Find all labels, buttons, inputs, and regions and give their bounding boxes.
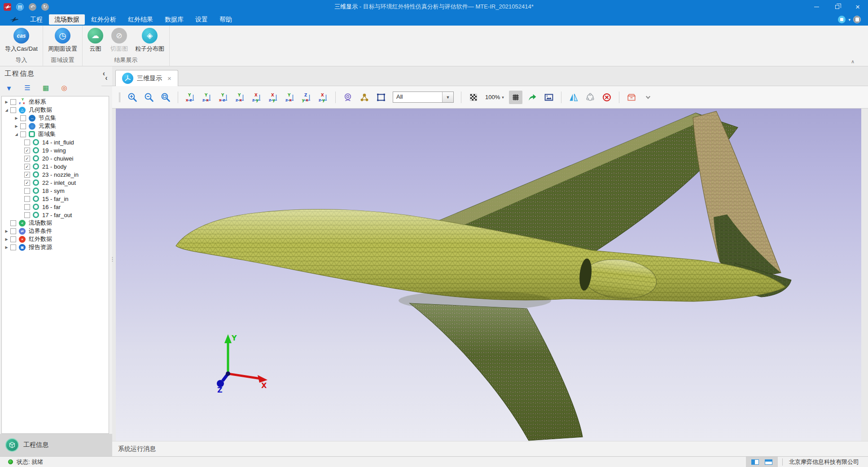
panel-bottom-bar[interactable]: 工程信息 <box>0 434 112 456</box>
checkbox[interactable]: ✓ <box>24 148 30 153</box>
viewport-3d[interactable]: Y X Z <box>116 109 861 441</box>
tree-row[interactable]: 18 - sym <box>2 187 109 195</box>
expander-icon[interactable]: ▶ <box>4 237 9 241</box>
toolbar-mirror-button[interactable] <box>567 91 580 104</box>
toolbar-view-zyx-button[interactable]: zyX <box>267 91 280 104</box>
toolbar-grip[interactable] <box>119 92 120 102</box>
zoom-level-select[interactable]: 100%▾ <box>483 94 506 100</box>
expander-icon[interactable]: ▶ <box>13 116 19 120</box>
tab-scroll-left-icon[interactable]: ‹ <box>101 74 111 86</box>
ribbon-button-cas[interactable]: cas导入Cas/Dat <box>4 28 39 55</box>
tree-row[interactable]: ◢面域集 <box>2 130 109 138</box>
menu-item-3[interactable]: 红外结果 <box>123 14 158 25</box>
tree-row[interactable]: ✓20 - chuiwei <box>2 154 109 162</box>
tree-row[interactable]: ▶◌元素集 <box>2 122 109 130</box>
toolbar-save-box-button[interactable] <box>625 91 638 104</box>
checkbox[interactable] <box>20 123 26 129</box>
toolbar-view-zyx-button[interactable]: zyX <box>250 91 263 104</box>
toolbar-zoom-in-button[interactable] <box>126 91 139 104</box>
checkbox[interactable] <box>10 220 16 226</box>
tree-row[interactable]: 16 - far <box>2 203 109 211</box>
toolbar-view-zxy-button[interactable]: zxY <box>233 91 247 104</box>
chevron-down-icon[interactable]: ▾ <box>848 17 850 22</box>
restore-button[interactable] <box>827 0 847 13</box>
expander-icon[interactable]: ▶ <box>4 245 9 249</box>
checkbox[interactable]: ✓ <box>24 180 30 186</box>
filter-icon[interactable]: ▼ <box>4 83 14 93</box>
toolbar-zoom-out-button[interactable] <box>142 91 156 104</box>
toolbar-select-rect-button[interactable] <box>374 91 388 104</box>
expander-icon[interactable]: ▶ <box>13 124 19 128</box>
toolbar-view-yxz-button[interactable]: yxZ <box>300 91 313 104</box>
toolbar-chevron-down-button[interactable] <box>641 91 655 104</box>
toolbar-checker-button[interactable] <box>467 91 480 104</box>
menu-item-4[interactable]: 数据库 <box>159 14 189 25</box>
redo-button[interactable]: ↻ <box>41 3 49 11</box>
ribbon-button-particles[interactable]: ◈粒子分布图 <box>134 28 166 55</box>
undo-button[interactable]: ↶ <box>29 3 36 11</box>
checkbox[interactable] <box>24 204 30 210</box>
checkbox[interactable]: ✓ <box>24 164 30 170</box>
tree-row[interactable]: ✓21 - body <box>2 162 109 170</box>
target-icon[interactable]: ◎ <box>59 83 70 93</box>
app-tile-icon[interactable] <box>4 3 11 11</box>
checkbox[interactable]: ✓ <box>24 156 30 161</box>
tab-close-icon[interactable]: × <box>167 74 171 82</box>
expander-icon[interactable]: ▶ <box>4 100 9 104</box>
toolbar-view-xzy-button[interactable]: xzY <box>217 91 230 104</box>
checkbox[interactable] <box>24 188 30 194</box>
layout-toggle-left-panel-icon[interactable] <box>751 459 759 465</box>
menu-item-6[interactable]: 帮助 <box>214 14 237 25</box>
checkbox[interactable] <box>10 244 16 250</box>
combo-dropdown-icon[interactable]: ▼ <box>442 92 453 102</box>
toolbar-view-xzy-button[interactable]: xzY <box>184 91 197 104</box>
tree-row[interactable]: ▶▣报告资源 <box>2 243 109 251</box>
menu-item-2[interactable]: 红外分析 <box>86 14 122 25</box>
tree-row[interactable]: ✓22 - inlet_out <box>2 179 109 187</box>
toolbar-delete-button[interactable] <box>600 91 614 104</box>
toolbar-camera-button[interactable] <box>341 91 355 104</box>
expander-open-icon[interactable]: ◢ <box>4 108 9 112</box>
toolbar-zoom-fit-button[interactable] <box>159 91 172 104</box>
toolbar-molecule-button[interactable] <box>358 91 371 104</box>
checkbox[interactable] <box>24 140 30 145</box>
checkbox[interactable] <box>10 99 16 105</box>
ribbon-collapse-icon[interactable]: ∧ <box>851 59 855 65</box>
grid-icon[interactable]: ▦ <box>40 83 51 93</box>
tree-row[interactable]: ▶Yzx坐标系 <box>2 98 109 106</box>
tree-row[interactable]: ✓23 - nozzle_in <box>2 170 109 179</box>
checkbox[interactable]: ✓ <box>24 172 30 178</box>
expander-open-icon[interactable]: ◢ <box>13 132 19 136</box>
tree-row[interactable]: ▶⇄边界条件 <box>2 227 109 235</box>
display-filter-combo[interactable]: All▼ <box>393 92 454 103</box>
tree-row[interactable]: ✓19 - wing <box>2 146 109 154</box>
layout-toggle-bottom-panel-icon[interactable] <box>765 459 772 465</box>
toolbar-grid-button[interactable] <box>509 91 522 104</box>
help-book-icon[interactable] <box>853 16 861 23</box>
toolbar-view-zxy-button[interactable]: zxY <box>200 91 214 104</box>
checkbox[interactable] <box>24 212 30 218</box>
checkbox[interactable] <box>20 115 26 121</box>
tree-row[interactable]: ◢△几何数据 <box>2 106 109 114</box>
menu-item-1[interactable]: 流场数据 <box>49 14 85 25</box>
close-button[interactable]: × <box>847 0 868 13</box>
toolbar-snapshot-button[interactable] <box>542 91 556 104</box>
toolbar-export-arrow-button[interactable] <box>526 91 539 104</box>
tree-row[interactable]: 14 - int_fluid <box>2 138 109 146</box>
minimize-button[interactable] <box>806 0 827 13</box>
theme-icon[interactable] <box>838 16 846 23</box>
menu-item-0[interactable]: 工程 <box>25 14 48 25</box>
checkbox[interactable] <box>24 196 30 202</box>
ribbon-button-clock[interactable]: ◷周期面设置 <box>47 28 79 55</box>
tree-row[interactable]: ▶×红外数据 <box>2 235 109 243</box>
ribbon-button-cloud[interactable]: ☁云图 <box>86 28 105 55</box>
toolbar-view-zxy-button[interactable]: zxY <box>283 91 297 104</box>
checkbox[interactable] <box>10 107 16 113</box>
menu-item-5[interactable]: 设置 <box>190 14 213 25</box>
toolbar-view-zyx-button[interactable]: zyX <box>316 91 330 104</box>
expander-icon[interactable]: ▶ <box>4 229 9 233</box>
tree-row[interactable]: <流场数据 <box>2 219 109 227</box>
tree-row[interactable]: 17 - far_out <box>2 211 109 219</box>
list-icon[interactable]: ☰ <box>22 83 33 93</box>
tree-row[interactable]: ▶↔节点集 <box>2 114 109 122</box>
